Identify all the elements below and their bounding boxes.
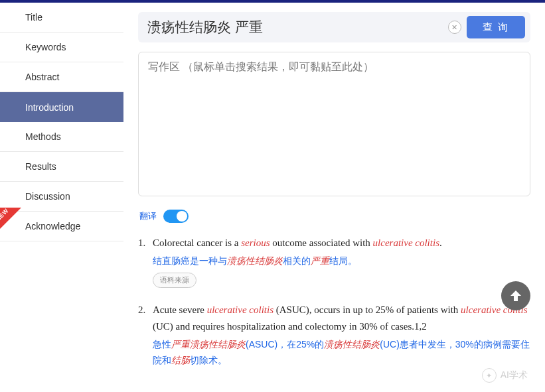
close-icon: ✕ (451, 23, 457, 32)
watermark-text: AI学术 (501, 369, 528, 381)
sidebar-item-abstract[interactable]: Abstract (0, 62, 123, 92)
highlight: 严重 (311, 255, 329, 266)
arrow-up-icon (508, 288, 524, 304)
sidebar: Title Keywords Abstract Introduction Met… (0, 3, 123, 392)
write-area[interactable] (138, 52, 530, 196)
sidebar-item-label: Acknowledge (25, 221, 80, 231)
highlight: 溃疡性结肠炎 (227, 255, 283, 266)
search-input[interactable] (147, 19, 443, 35)
translate-toggle[interactable] (163, 210, 189, 223)
sidebar-item-title[interactable]: Title (0, 3, 123, 33)
highlight: ulcerative colitis (207, 304, 273, 315)
scroll-top-button[interactable] (501, 281, 530, 310)
sidebar-item-label: Results (25, 161, 56, 172)
highlight: 结肠 (171, 355, 190, 365)
new-badge-text: NEW (0, 208, 10, 223)
translate-label: 翻译 (139, 210, 157, 222)
result-body: Acute severe ulcerative colitis (ASUC), … (153, 302, 530, 369)
highlight: ulcerative colitis (373, 237, 439, 248)
highlight: 严重溃疡性结肠炎 (171, 339, 246, 350)
result-cn: 结直肠癌是一种与溃疡性结肠炎相关的严重结局。 (153, 253, 530, 269)
query-button[interactable]: 查 询 (467, 16, 525, 38)
result-cn: 急性严重溃疡性结肠炎(ASUC)，在25%的溃疡性结肠炎(UC)患者中发生，30… (153, 337, 530, 369)
main-panel: ✕ 查 询 翻译 1. Colorectal cancer is a serio… (123, 3, 545, 392)
sidebar-item-methods[interactable]: Methods (0, 122, 123, 152)
source-button[interactable]: 语料来源 (153, 273, 196, 288)
sidebar-item-acknowledge[interactable]: NEW Acknowledge (0, 212, 123, 241)
result-item[interactable]: 2. Acute severe ulcerative colitis (ASUC… (138, 302, 530, 369)
sidebar-item-label: Discussion (25, 191, 70, 202)
clear-button[interactable]: ✕ (448, 21, 461, 34)
result-item[interactable]: 1. Colorectal cancer is a serious outcom… (138, 235, 530, 289)
sidebar-item-results[interactable]: Results (0, 152, 123, 182)
sidebar-item-label: Title (25, 12, 42, 23)
sidebar-item-label: Abstract (25, 72, 59, 82)
sidebar-item-discussion[interactable]: Discussion (0, 182, 123, 212)
translate-row: 翻译 (139, 210, 530, 223)
sidebar-item-introduction[interactable]: Introduction (0, 92, 123, 122)
search-row: ✕ 查 询 (138, 12, 530, 42)
result-en: Colorectal cancer is a serious outcome a… (153, 235, 530, 252)
result-body: Colorectal cancer is a serious outcome a… (153, 235, 530, 289)
sidebar-item-label: Introduction (25, 102, 74, 113)
wechat-icon: ✦ (482, 368, 497, 383)
result-en: Acute severe ulcerative colitis (ASUC), … (153, 302, 530, 336)
results-list: 1. Colorectal cancer is a serious outcom… (138, 235, 530, 368)
sidebar-item-label: Keywords (25, 42, 66, 52)
watermark: ✦ AI学术 (482, 368, 528, 383)
highlight: 溃疡性结肠炎 (324, 339, 380, 350)
sidebar-item-label: Methods (25, 131, 61, 142)
highlight: serious (241, 237, 270, 248)
sidebar-item-keywords[interactable]: Keywords (0, 33, 123, 62)
result-number: 2. (138, 302, 153, 369)
result-number: 1. (138, 235, 153, 289)
